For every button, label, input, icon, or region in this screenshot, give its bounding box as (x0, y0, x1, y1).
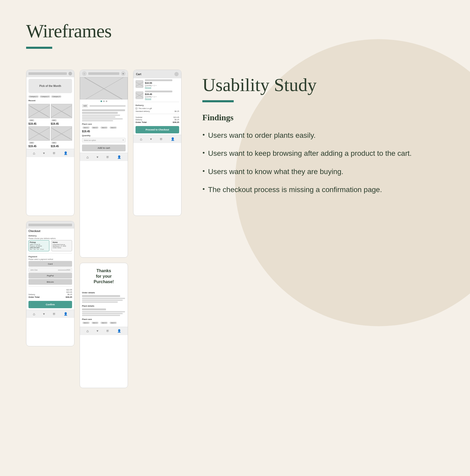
shield-icon-product[interactable]: ⛨ (106, 155, 109, 159)
card-name-row: John Doe xxxxxxxxxx9505 (28, 267, 72, 272)
back-btn[interactable]: ‹ (82, 71, 87, 76)
proceed-to-checkout-button[interactable]: Proceed to Checkout (136, 126, 179, 133)
finding-text-1: Users want to order plants easily. (208, 130, 316, 140)
shield-icon-checkout[interactable]: ⛨ (53, 312, 56, 316)
product-price: $19.45 (80, 129, 128, 133)
recent-grid: ### $19.45 ### $19.45 (26, 103, 74, 149)
bottom-nav-thanks: ⌂ ♥ ⛨ 👤 (80, 327, 128, 335)
version-badge: 4.5 (82, 104, 88, 108)
thanks-title: Thanksfor yourPurchase! (84, 268, 124, 284)
recent-item-1[interactable]: ### $19.45 (28, 104, 50, 125)
study-underline (202, 100, 234, 102)
home-icon-cart[interactable]: ⌂ (140, 137, 142, 141)
category-tag-1[interactable]: Category 1 (28, 96, 39, 98)
plant-care-items: Item 1 Item 2 Item 3 Item 4 (80, 126, 128, 129)
gift-checkbox-row: ✓ This order is a gift (133, 107, 181, 110)
phone-cart-wireframe: Cart $10.55 Quantity < 1 > Remove (133, 70, 181, 216)
finding-text-3: Users want to know what they are buying. (208, 166, 343, 177)
category-tags-row: Category 1 Category 2 Category 3 (26, 95, 74, 98)
recent-item-4[interactable]: ### $19.45 (51, 126, 72, 148)
payment-sub: Please select a payment method (26, 258, 74, 260)
bottom-nav-home: ⌂ ♥ ⛨ 👤 (26, 149, 74, 157)
bottom-nav-product: ⌂ ♥ ⛨ 👤 (80, 153, 128, 161)
home-icon[interactable]: ⌂ (33, 151, 35, 155)
title-underline (26, 47, 52, 49)
delivery-options: Pickup 15827 S First St Phoenix, AZ 8504… (26, 239, 74, 252)
wf-header-bar (28, 72, 67, 75)
wireframes-section: Pick of the Month Category 1 Category 2 … (26, 70, 181, 388)
finding-text-4: The checkout process is missing a confir… (208, 185, 382, 195)
order-details-label: Order details (80, 290, 128, 294)
bottom-nav-cart: ⌂ ♥ ⛨ 👤 (133, 135, 181, 143)
recent-label: Recent (26, 98, 74, 103)
cart-delivery-label: Delivery (133, 103, 181, 107)
quantity-label: Quantity (80, 133, 128, 137)
shield-icon-thanks[interactable]: ⛨ (106, 329, 109, 333)
pickup-option[interactable]: Pickup 15827 S First St Phoenix, AZ 8504… (28, 240, 49, 251)
gift-checkbox[interactable]: ✓ (136, 108, 137, 109)
home-icon-product[interactable]: ⌂ (86, 155, 89, 159)
bullet-3: • (202, 168, 205, 175)
add-to-cart-button[interactable]: Add to cart (82, 145, 126, 151)
person-icon-thanks[interactable]: 👤 (117, 329, 121, 333)
finding-text-2: Users want to keep browsing after adding… (208, 148, 412, 158)
cart-totals: Subtotal $19.45 Delivery $8.25 Order Tot… (133, 115, 181, 125)
heart-icon[interactable]: ♥ (43, 151, 45, 155)
finding-item-1: • Users want to order plants easily. (202, 130, 444, 140)
bitcoin-btn[interactable]: Bitcoin (28, 279, 72, 285)
paypal-btn[interactable]: PayPal (28, 273, 72, 278)
bottom-nav-checkout: ⌂ ♥ ⛨ 👤 (26, 310, 74, 318)
heart-btn-product[interactable]: ♥ (121, 71, 126, 76)
heart-icon-thanks[interactable]: ♥ (97, 329, 98, 333)
quantity-select[interactable]: Select an option ▾ (82, 138, 126, 142)
phone-checkout-wireframe: Checkout Delivery Please choose your del… (26, 221, 74, 346)
heart-icon-product[interactable]: ♥ (97, 155, 98, 159)
shield-icon-cart[interactable]: ⛨ (160, 137, 163, 141)
cart-item-1: $10.55 Quantity < 1 > Remove (133, 78, 181, 90)
bullet-2: • (202, 149, 205, 157)
thanks-care-items: Item 1 Item 2 Item 3 Item 4 (80, 321, 128, 325)
study-title: Usability Study (202, 75, 444, 95)
plant-care-label: Plant care (80, 122, 128, 126)
recent-item-3[interactable]: ### $19.45 (28, 126, 50, 148)
standard-delivery-row: Standard delivery $8.25 (133, 110, 181, 113)
recent-item-2[interactable]: ### $19.45 (51, 104, 72, 125)
plant-care-thanks-label: Plant care (80, 317, 128, 321)
phone-thanks-wireframe: Thanksfor yourPurchase! Order details Pl… (80, 263, 128, 388)
findings-heading: Findings (202, 113, 444, 122)
category-tag-2[interactable]: Category 2 (40, 96, 50, 98)
bullet-4: • (202, 186, 205, 193)
wf-header-icon (68, 72, 72, 75)
home-icon-checkout[interactable]: ⌂ (33, 312, 35, 316)
phone-product-wireframe: ‹ ♥ 4.5 (80, 70, 128, 258)
checkout-delivery-label: Delivery (26, 234, 74, 237)
remove-btn-2[interactable]: Remove (145, 98, 179, 100)
heart-icon-checkout[interactable]: ♥ (43, 312, 45, 316)
checkout-totals: $10.55 $19.45 Delivery$8.25 Order Total … (26, 288, 74, 300)
page-title: Wireframes (26, 21, 444, 59)
carousel-dots (80, 99, 128, 103)
person-icon-checkout[interactable]: 👤 (64, 312, 68, 316)
confirm-button[interactable]: Confirm (28, 301, 72, 308)
thanks-section: Thanksfor yourPurchase! (80, 263, 128, 290)
findings-list: • Users want to order plants easily. • U… (202, 130, 444, 195)
checkout-delivery-sub: Please choose your delivery options (26, 237, 74, 239)
person-icon-cart[interactable]: 👤 (171, 137, 175, 141)
home-option[interactable]: Home 5 Baenfield Avenue, Middletown UT, … (51, 240, 72, 251)
person-icon[interactable]: 👤 (64, 151, 68, 155)
cart-item-2: $19.45 Quantity < 1 > Remove (133, 90, 181, 101)
finding-item-2: • Users want to keep browsing after addi… (202, 148, 444, 158)
payment-label: Payment (26, 254, 74, 258)
finding-item-4: • The checkout process is missing a conf… (202, 185, 444, 195)
cart-header: Cart (133, 70, 181, 78)
phone-home-wireframe: Pick of the Month Category 1 Category 2 … (26, 70, 74, 216)
person-icon-product[interactable]: 👤 (117, 155, 121, 159)
home-icon-thanks[interactable]: ⌂ (86, 329, 89, 333)
category-tag-3[interactable]: Category 3 (51, 96, 61, 98)
card-btn[interactable]: Card (28, 261, 72, 267)
shield-icon[interactable]: ⛨ (53, 151, 56, 155)
remove-btn-1[interactable]: Remove (145, 87, 179, 88)
pick-of-month-box: Pick of the Month (28, 79, 72, 93)
checkout-header: Checkout (26, 229, 74, 234)
heart-icon-cart[interactable]: ♥ (150, 137, 152, 141)
